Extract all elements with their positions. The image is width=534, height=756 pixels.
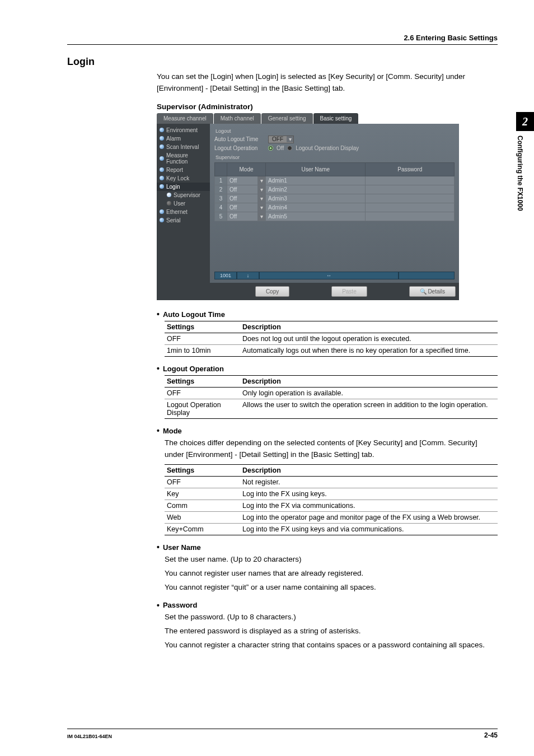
tab-measure-channel[interactable]: Measure channel [157,113,213,124]
chapter-side-tab: 2 Configuring the FX1000 [516,112,534,211]
auto-logout-table: SettingsDescription OFFDoes not log out … [165,321,498,357]
selection-end[interactable] [399,272,455,279]
sidebar-item-environment[interactable]: Environment [157,126,210,134]
table-row[interactable]: 1Off▾Admin1 [215,176,455,185]
table-row[interactable]: 5Off▾Admin5 [215,212,455,221]
settings-app: Measure channel Math channel General set… [157,113,459,300]
auto-logout-time-dropdown[interactable]: OFF ▾ [268,136,294,143]
bullet-icon [160,128,164,132]
table-row[interactable]: 4Off▾Admin4 [215,203,455,212]
paste-button[interactable]: Paste [331,286,367,297]
sidebar-item-login[interactable]: Login [157,183,210,191]
chevron-down-icon: ▾ [287,136,293,142]
bullet-icon: • [157,365,160,372]
password-line3: You cannot register a character string t… [165,640,498,651]
section-title-login: Login [67,56,498,68]
bullet-icon [160,209,164,214]
bullet-icon [160,156,164,161]
bullet-icon [160,184,164,189]
mode-table: SettingsDescription OFFNot register. Key… [165,464,498,535]
sidebar-item-serial[interactable]: Serial [157,216,210,225]
bullet-icon [160,218,164,222]
username-line1: Set the user name. (Up to 20 characters) [165,554,498,566]
bullet-icon [160,167,164,172]
breadcrumb: 2.6 Entering Basic Settings [67,34,498,42]
sidebar-item-measure-function[interactable]: Measure Function [157,151,210,166]
bullet-icon [167,193,171,197]
bullet-icon: • [157,310,160,318]
tab-general-setting[interactable]: General setting [261,113,313,124]
settings-pane: Logout Auto Logout Time OFF ▾ Logout Ope… [210,124,459,283]
bullet-icon [160,144,164,149]
col-password: Password [366,162,455,176]
logout-operation-table: SettingsDescription OFFOnly login operat… [165,375,498,419]
chevron-down-icon[interactable]: ▾ [258,176,266,185]
bullet-icon: • [157,543,160,551]
group-supervisor-label: Supervisor [216,155,455,160]
bullet-icon [167,201,171,206]
heading-logout-operation: Logout Operation [163,365,224,373]
password-line1: Set the password. (Up to 8 characters.) [165,612,498,623]
chapter-number: 2 [516,112,534,131]
intro-text: You can set the [Login] when [Login] is … [157,71,498,95]
supervisor-table: Mode User Name Password 1Off▾Admin1 2Off… [214,162,455,221]
chevron-down-icon[interactable]: ▾ [258,212,266,221]
group-logout-label: Logout [216,128,455,134]
heading-user-name: User Name [163,543,201,552]
chevron-down-icon[interactable]: ▾ [258,203,266,212]
selection-start[interactable]: 1001 [214,272,237,279]
chevron-down-icon[interactable]: ▾ [258,185,266,194]
username-line3: You cannot register “quit” or a user nam… [165,582,498,594]
sidebar-item-alarm[interactable]: Alarm [157,134,210,143]
col-user-name: User Name [266,162,366,176]
password-line2: The entered password is displayed as a s… [165,626,498,637]
radio-logout-display[interactable] [287,146,292,151]
mode-intro: The choices differ depending on the sele… [165,437,498,461]
tab-basic-setting[interactable]: Basic setting [313,113,359,124]
page-number: 2-45 [484,731,498,739]
heading-auto-logout-time: Auto Logout Time [163,310,225,319]
sidebar-item-key-lock[interactable]: Key Lock [157,174,210,183]
table-row[interactable]: 2Off▾Admin2 [215,185,455,194]
bullet-icon: • [157,427,160,435]
copy-button[interactable]: Copy [255,286,289,297]
heading-password: Password [163,601,197,609]
selection-footer: 1001 ↓ ↔ [214,272,455,279]
supervisor-heading: Supervisor (Administrator) [157,102,498,111]
radio-off[interactable] [268,146,273,151]
table-row[interactable]: 3Off▾Admin3 [215,194,455,203]
settings-sidebar: Environment Alarm Scan Interval Measure … [157,124,210,283]
chapter-title: Configuring the FX1000 [516,131,524,211]
sidebar-item-report[interactable]: Report [157,166,210,174]
arrow-down-icon[interactable]: ↓ [237,272,259,279]
bullet-icon [160,136,164,141]
chevron-down-icon[interactable]: ▾ [258,194,266,203]
sidebar-item-ethernet[interactable]: Ethernet [157,208,210,216]
arrow-horiz-icon[interactable]: ↔ [259,272,399,279]
sidebar-item-supervisor[interactable]: Supervisor [157,191,210,199]
sidebar-item-scan-interval[interactable]: Scan Interval [157,143,210,151]
tab-math-channel[interactable]: Math channel [214,113,261,124]
bullet-icon: • [157,601,160,609]
auto-logout-time-label: Auto Logout Time [214,136,265,142]
header-rule [67,44,498,45]
heading-mode: Mode [163,427,182,435]
magnify-icon: 🔍 [420,288,427,295]
col-mode: Mode [227,162,266,176]
sidebar-item-user[interactable]: User [157,199,210,208]
details-button[interactable]: 🔍 Details [409,286,456,297]
bullet-icon [160,176,164,180]
username-line2: You cannot register user names that are … [165,568,498,580]
document-id: IM 04L21B01-64EN [67,734,112,739]
logout-operation-label: Logout Operation [214,145,265,151]
